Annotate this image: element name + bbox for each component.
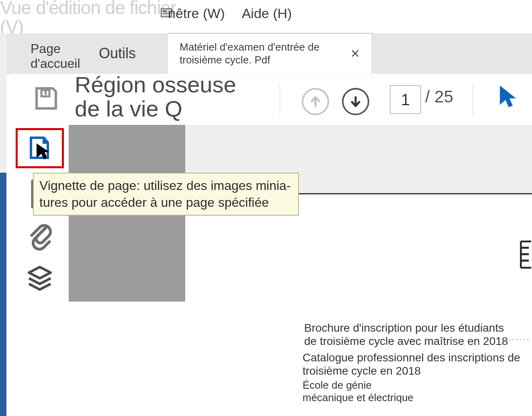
selection-tool-icon[interactable] [497,84,519,113]
left-margin-top [0,33,6,173]
doc-line-3: École de génie mécanique et électrique [303,379,423,404]
toolbar: Région osseuse de la vie Q / 25 [10,73,532,126]
menu-edit-view[interactable]: Vue d'édition de fichier. (V) [0,0,180,37]
page-total-label: / 25 [425,87,453,106]
doc-line-1: Brochure d'inscription pour les étudiant… [304,321,513,348]
menu-help[interactable]: Aide (H) [242,6,292,21]
tabs-strip: Page d'accueil Outils Matériel d'examen … [6,33,532,74]
toolbar-separator [473,84,473,115]
thumbnail-panel[interactable] [69,125,185,416]
tab-document[interactable]: Matériel d'examen d'entrée de troisième … [167,33,372,73]
side-rail [10,125,69,416]
toolbar-separator [280,84,280,115]
ellipsis-1: ······ [508,334,530,345]
page-number-input[interactable] [390,85,421,114]
attachments-button[interactable] [16,220,64,253]
right-ruler-marker [520,241,532,269]
doc-line-2: Catalogue professionnel des inscriptions… [303,351,532,377]
save-icon[interactable] [33,85,60,112]
page-up-icon[interactable] [302,88,329,115]
tab-tools[interactable]: Outils [99,37,136,69]
document-viewport[interactable]: Brochure d'inscription pour les étudiant… [185,125,532,416]
document-page: Brochure d'inscription pour les étudiant… [185,193,532,416]
close-tab-icon[interactable]: × [351,45,360,63]
page-thumbnails-button[interactable] [16,128,64,168]
menu-window[interactable]: nêtre (W) [168,6,225,21]
layers-button[interactable] [16,261,64,297]
tab-home[interactable]: Page d'accueil [31,37,80,73]
document-heading: Région osseuse de la vie Q [75,73,264,121]
page-down-icon[interactable] [342,88,369,115]
thumbnail-preview[interactable] [69,302,185,416]
svg-rect-4 [45,91,47,95]
menu-bar: Vue d'édition de fichier. (V) nêtre (W) … [0,0,532,34]
left-margin-edge [0,173,6,416]
tab-document-title: Matériel d'examen d'entrée de troisième … [180,41,332,66]
thumbnail-tooltip: Vignette de page: utilisez des images mi… [33,173,299,216]
